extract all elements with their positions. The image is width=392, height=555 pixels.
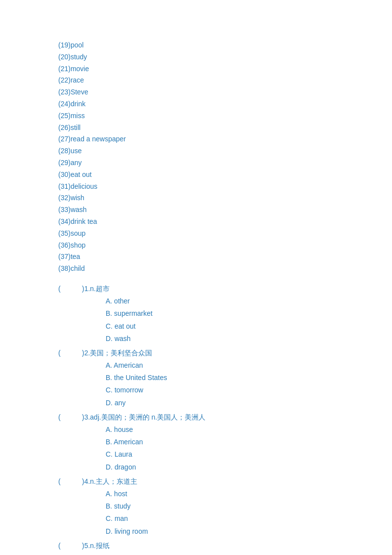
option-item[interactable]: C. eat out: [106, 320, 362, 333]
option-item[interactable]: C. Laura: [106, 448, 362, 461]
vocab-item: (20)study: [58, 51, 362, 63]
option-item[interactable]: D. dragon: [106, 461, 362, 473]
vocab-item: (27)read a newspaper: [58, 133, 362, 145]
option-item[interactable]: A. host: [106, 488, 362, 500]
vocab-item: (21)movie: [58, 63, 362, 75]
question-paren: (: [58, 283, 82, 295]
question-stem: ()4.n.主人；东道主: [58, 475, 362, 488]
question-label: )4.n.主人；东道主: [82, 475, 137, 488]
options-list: A. houseB. AmericanC. LauraD. dragon: [58, 424, 362, 473]
option-item[interactable]: C. tomorrow: [106, 384, 362, 396]
option-item[interactable]: A. American: [106, 359, 362, 372]
vocab-item: (34)drink tea: [58, 216, 362, 228]
question-paren: (: [58, 540, 82, 552]
question-label: )2.美国；美利坚合众国: [82, 347, 152, 359]
vocab-item: (36)shop: [58, 240, 362, 252]
question-paren: (: [58, 475, 82, 488]
question-label: )5.n.报纸: [82, 540, 110, 552]
question-block: ()3.adj.美国的；美洲的 n.美国人；美洲人A. houseB. Amer…: [58, 411, 362, 473]
question-stem: ()5.n.报纸: [58, 540, 362, 552]
question-block: ()4.n.主人；东道主A. hostB. studyC. manD. livi…: [58, 475, 362, 538]
vocab-item: (31)delicious: [58, 181, 362, 193]
vocab-item: (35)soup: [58, 228, 362, 240]
vocab-item: (23)Steve: [58, 86, 362, 98]
options-list: A. newspaperB. hostC. Dragon Boat Festiv…: [58, 552, 362, 555]
vocab-item: (24)drink: [58, 98, 362, 110]
options-list: A. otherB. supermarketC. eat outD. wash: [58, 295, 362, 345]
vocab-item: (26)still: [58, 122, 362, 134]
question-stem: ()1.n.超市: [58, 283, 362, 295]
question-paren: (: [58, 411, 82, 424]
question-block: ()2.美国；美利坚合众国A. AmericanB. the United St…: [58, 347, 362, 409]
option-item[interactable]: C. man: [106, 512, 362, 525]
options-list: A. hostB. studyC. manD. living room: [58, 488, 362, 538]
option-item[interactable]: B. study: [106, 500, 362, 512]
vocab-item: (32)wish: [58, 192, 362, 204]
vocab-item: (19)pool: [58, 40, 362, 51]
option-item[interactable]: B. supermarket: [106, 307, 362, 320]
vocab-item: (28)use: [58, 145, 362, 157]
question-stem: ()3.adj.美国的；美洲的 n.美国人；美洲人: [58, 411, 362, 424]
vocab-item: (38)child: [58, 263, 362, 275]
question-block: ()1.n.超市A. otherB. supermarketC. eat out…: [58, 283, 362, 345]
option-item[interactable]: A. other: [106, 295, 362, 307]
question-label: )1.n.超市: [82, 283, 110, 295]
vocab-item: (22)race: [58, 75, 362, 86]
question-stem: ()2.美国；美利坚合众国: [58, 347, 362, 359]
vocab-item: (25)miss: [58, 110, 362, 122]
question-block: ()5.n.报纸A. newspaperB. hostC. Dragon Boa…: [58, 540, 362, 555]
vocab-item: (33)wash: [58, 204, 362, 216]
option-item[interactable]: A. house: [106, 424, 362, 436]
options-list: A. AmericanB. the United StatesC. tomorr…: [58, 359, 362, 409]
vocab-item: (29)any: [58, 157, 362, 169]
vocab-item: (30)eat out: [58, 169, 362, 181]
option-item[interactable]: A. newspaper: [106, 552, 362, 555]
option-item[interactable]: B. American: [106, 436, 362, 448]
questions-section: ()1.n.超市A. otherB. supermarketC. eat out…: [58, 283, 362, 555]
option-item[interactable]: B. the United States: [106, 372, 362, 384]
question-paren: (: [58, 347, 82, 359]
question-label: )3.adj.美国的；美洲的 n.美国人；美洲人: [82, 411, 205, 424]
vocab-item: (37)tea: [58, 251, 362, 263]
option-item[interactable]: D. wash: [106, 333, 362, 345]
vocab-list: (19)pool(20)study(21)movie(22)race(23)St…: [58, 40, 362, 275]
option-item[interactable]: D. living room: [106, 525, 362, 538]
option-item[interactable]: D. any: [106, 397, 362, 409]
